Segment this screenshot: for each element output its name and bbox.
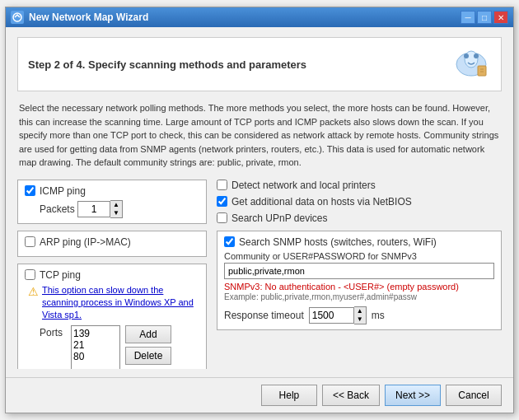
arp-row: ARP ping (IP->MAC) — [25, 236, 199, 248]
packets-spin-control: ▲ ▼ — [110, 200, 123, 218]
upnp-checkbox[interactable] — [217, 212, 227, 223]
warning-row: ⚠ This option can slow down the scanning… — [25, 284, 199, 322]
packets-decrement[interactable]: ▼ — [110, 209, 122, 217]
detect-printers-row: Detect network and local printers — [217, 180, 502, 191]
response-label: Response timeout — [224, 310, 304, 321]
tcp-section: TCP ping ⚠ This option can slow down the… — [17, 264, 207, 370]
ports-label: Ports — [40, 325, 66, 369]
snmp-row: Search SNMP hosts (switches, routers, Wi… — [224, 236, 494, 248]
icmp-row: ICMP ping — [25, 185, 199, 197]
main-area: ICMP ping Packets ▲ ▼ — [17, 180, 502, 370]
right-panel: Detect network and local printers Get ad… — [217, 180, 502, 370]
ports-list[interactable]: 139 21 80 — [71, 325, 120, 369]
community-label: Community or USER#PASSWORD for SNMPv3 — [224, 251, 494, 261]
packets-increment[interactable]: ▲ — [110, 201, 122, 209]
help-button[interactable]: Help — [261, 385, 317, 406]
tcp-checkbox[interactable] — [25, 269, 35, 280]
packets-label: Packets — [40, 203, 72, 215]
detect-printers-checkbox[interactable] — [217, 180, 227, 190]
title-bar: New Network Map Wizard ─ □ ✕ — [6, 7, 513, 27]
response-increment[interactable]: ▲ — [354, 307, 366, 315]
list-item: 139 — [73, 328, 118, 339]
snmpv3-label: SNMPv3: No authentication - <USER#> (emp… — [224, 282, 494, 292]
description-text: Select the necessary network polling met… — [17, 100, 502, 171]
netbios-row: Get additional data on hosts via NetBIOS — [217, 196, 502, 208]
warning-icon: ⚠ — [28, 285, 39, 298]
ports-buttons: Add Delete — [125, 325, 171, 369]
icmp-checkbox[interactable] — [25, 185, 35, 196]
netbios-checkbox[interactable] — [217, 196, 227, 207]
example-label: Example: public,private,rmon,myuser#,adm… — [224, 292, 494, 301]
window-controls: ─ □ ✕ — [461, 11, 508, 24]
arp-label: ARP ping (IP->MAC) — [40, 236, 131, 248]
wizard-content: Step 2 of 4. Specify scanning methods an… — [6, 27, 513, 377]
upnp-label: Search UPnP devices — [231, 212, 328, 224]
wizard-icon — [451, 44, 491, 84]
next-button[interactable]: Next >> — [385, 385, 441, 406]
svg-point-4 — [474, 54, 479, 58]
maximize-button[interactable]: □ — [477, 11, 492, 24]
netbios-label: Get additional data on hosts via NetBIOS — [231, 196, 412, 208]
main-window: New Network Map Wizard ─ □ ✕ Step 2 of 4… — [5, 7, 514, 413]
arp-section: ARP ping (IP->MAC) — [17, 231, 207, 257]
window-title: New Network Map Wizard — [29, 12, 456, 23]
upnp-row: Search UPnP devices — [217, 212, 502, 224]
list-item: 80 — [73, 351, 118, 362]
response-row: Response timeout ▲ ▼ ms — [224, 306, 494, 324]
add-button[interactable]: Add — [125, 325, 171, 343]
icmp-section: ICMP ping Packets ▲ ▼ — [17, 180, 207, 224]
step-header: Step 2 of 4. Specify scanning methods an… — [17, 37, 502, 91]
icmp-label: ICMP ping — [40, 185, 86, 197]
step-title: Step 2 of 4. Specify scanning methods an… — [28, 58, 306, 71]
ports-area: Ports 139 21 80 Add Delete — [25, 325, 199, 369]
arp-checkbox[interactable] — [25, 236, 35, 247]
packets-spinner: ▲ ▼ — [77, 200, 123, 218]
left-panel: ICMP ping Packets ▲ ▼ — [17, 180, 207, 370]
snmp-checkbox[interactable] — [224, 236, 235, 247]
response-spinner: ▲ ▼ — [309, 306, 367, 324]
svg-point-3 — [464, 54, 469, 58]
app-icon — [11, 11, 24, 24]
svg-point-2 — [465, 51, 478, 68]
list-item: 21 — [73, 339, 118, 351]
tcp-label: TCP ping — [40, 269, 81, 281]
warning-text: This option can slow down the scanning p… — [42, 284, 199, 322]
svg-rect-5 — [478, 66, 486, 76]
response-spin-control: ▲ ▼ — [354, 306, 367, 324]
detect-printers-label: Detect network and local printers — [231, 180, 376, 191]
close-button[interactable]: ✕ — [493, 11, 508, 24]
packets-input[interactable] — [77, 201, 110, 217]
cancel-button[interactable]: Cancel — [446, 385, 502, 406]
ms-label: ms — [372, 310, 385, 321]
snmp-label: Search SNMP hosts (switches, routers, Wi… — [239, 236, 437, 248]
packets-row: Packets ▲ ▼ — [25, 200, 199, 218]
back-button[interactable]: << Back — [322, 385, 380, 406]
response-decrement[interactable]: ▼ — [354, 315, 366, 324]
minimize-button[interactable]: ─ — [461, 11, 475, 24]
delete-button[interactable]: Delete — [125, 347, 171, 365]
tcp-row: TCP ping — [25, 269, 199, 281]
response-input[interactable] — [309, 307, 354, 324]
snmp-section: Search SNMP hosts (switches, routers, Wi… — [217, 231, 502, 330]
footer: Help << Back Next >> Cancel — [6, 377, 513, 413]
community-input[interactable] — [224, 263, 494, 279]
